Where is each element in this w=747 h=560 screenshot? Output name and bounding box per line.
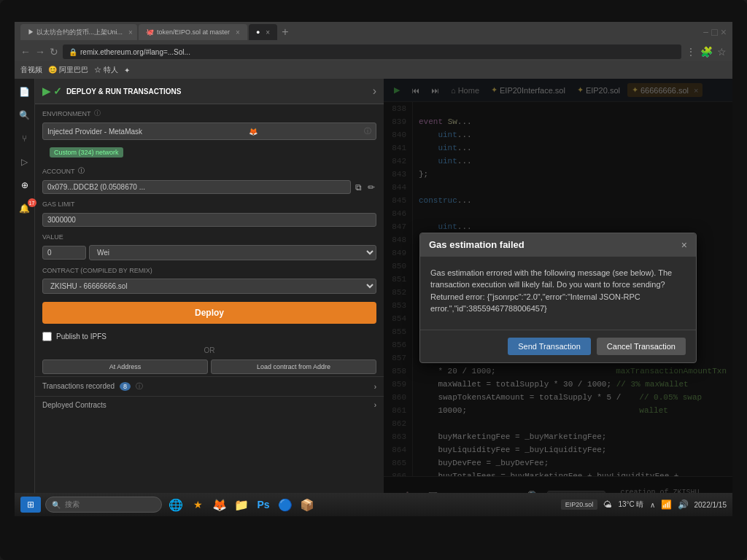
close-window-btn[interactable]: × <box>721 26 727 38</box>
minimize-btn[interactable]: − <box>703 26 708 38</box>
debug-sidebar-icon[interactable]: ▷ <box>18 155 32 169</box>
tab-2-close[interactable]: × <box>236 28 240 36</box>
dialog-close-btn[interactable]: × <box>681 239 687 251</box>
star-icon[interactable]: ☆ <box>717 46 727 58</box>
transactions-expand[interactable]: › <box>374 383 376 391</box>
weather-icon: 🌤 <box>603 499 612 510</box>
dialog-overlay: Gas estimation failed × Gas estimation e… <box>384 79 732 516</box>
dialog-title: Gas estimation failed <box>429 239 525 250</box>
file-sidebar-icon[interactable]: 📄 <box>18 85 32 99</box>
lock-icon: 🔒 <box>69 48 77 56</box>
browser-tab-1[interactable]: ▶ 以太坊合约的货币...上架Uni... × <box>20 24 137 40</box>
taskbar-app-edge[interactable]: 🌐 <box>166 495 185 514</box>
environment-label-text: ENVIRONMENT <box>42 110 91 117</box>
main-content: 📄 🔍 ⑂ ▷ ⊕ 🔔 17 ⚙ 78 ▶ ✓ <box>15 79 732 516</box>
contract-select[interactable]: ZKISHU - 66666666.sol <box>42 279 376 294</box>
monitor: ▶ 以太坊合约的货币...上架Uni... × 🐙 token/EIPO.sol… <box>0 0 747 560</box>
tab-1-label: ▶ 以太坊合约的货币...上架Uni... <box>28 28 123 37</box>
date-time: 2022/1/15 <box>694 501 727 509</box>
tx-info-icon: ⓘ <box>136 382 143 390</box>
value-input-row: Wei Gwei Ether <box>35 243 384 262</box>
gas-input-row <box>35 210 384 229</box>
unit-select[interactable]: Wei Gwei Ether <box>89 245 376 260</box>
maximize-btn[interactable]: □ <box>711 26 717 38</box>
browser-tab-2[interactable]: 🐙 token/EIPO.sol at master × <box>139 24 247 40</box>
address-bar[interactable]: 🔒 remix.ethereum.org/#lang=...Sol... <box>63 44 681 59</box>
browser-tab-3[interactable]: ● × <box>249 24 277 40</box>
environment-select[interactable]: Injected Provider - MetaMask 🦊 ⓘ <box>42 122 376 140</box>
account-section-label: ACCOUNT ⓘ <box>35 162 384 178</box>
deployed-contracts-expand[interactable]: › <box>374 401 376 409</box>
at-address-button[interactable]: At Address <box>42 359 208 374</box>
environment-select-row: Injected Provider - MetaMask 🦊 ⓘ <box>35 120 384 142</box>
toolbar-item-1[interactable]: 音视频 <box>20 65 42 75</box>
toolbar-item-4[interactable]: ✦ <box>124 66 130 74</box>
toolbar-item-3[interactable]: ☆ 特人 <box>94 65 118 75</box>
copy-icon[interactable]: ⧉ <box>354 181 363 194</box>
tab-3-icon: ● <box>256 28 260 36</box>
cancel-transaction-btn[interactable]: Cancel Transaction <box>597 338 686 355</box>
network-badge: Custom (324) network <box>50 147 123 158</box>
value-label-text: VALUE <box>42 233 63 241</box>
screen: ▶ 以太坊合约的货币...上架Uni... × 🐙 token/EIPO.sol… <box>15 22 732 516</box>
metamask-icon: 🦊 <box>249 128 258 136</box>
transactions-label-text: Transactions recorded <box>42 382 115 390</box>
back-btn[interactable]: ← <box>20 46 31 58</box>
taskbar-app-ps[interactable]: Ps <box>254 495 273 514</box>
gas-limit-input[interactable] <box>42 213 376 227</box>
sidebar-icon-strip: 📄 🔍 ⑂ ▷ ⊕ 🔔 17 ⚙ 78 <box>15 79 35 516</box>
new-tab-btn[interactable]: + <box>279 26 291 39</box>
start-button[interactable]: ⊞ <box>20 497 41 513</box>
taskbar-right: EIP20.sol 🌤 13°C 晴 ∧ 📶 🔊 2022/1/15 <box>561 499 727 510</box>
taskbar-app-pkg[interactable]: 📦 <box>298 495 317 514</box>
taskbar-search[interactable]: 🔍 搜索 <box>45 497 162 513</box>
deploy-expand-icon[interactable]: › <box>373 85 376 98</box>
taskbar-eip20-indicator[interactable]: EIP20.sol <box>561 499 598 510</box>
address-buttons: At Address Load contract from Addre <box>35 357 384 376</box>
load-contract-button[interactable]: Load contract from Addre <box>211 359 376 374</box>
tab-3-close[interactable]: × <box>266 28 270 36</box>
dialog-body: Gas estimation errored with the followin… <box>420 257 696 330</box>
volume-icon[interactable]: 🔊 <box>678 499 689 510</box>
editor-area: ▶ ⏮ ⏭ ⌂ Home ✦ EIP20Interface.sol ✦ EIP2… <box>384 79 732 516</box>
deploy-button[interactable]: Deploy <box>42 302 376 324</box>
taskbar-app-folder[interactable]: 📁 <box>232 495 251 514</box>
search-placeholder: 搜索 <box>65 499 80 510</box>
edit-icon[interactable]: ✏ <box>366 181 376 194</box>
deploy-panel: ▶ ✓ DEPLOY & RUN TRANSACTIONS › ENVIRONM… <box>35 79 384 516</box>
taskbar-app-star[interactable]: ★ <box>188 495 207 514</box>
taskbar-app-chrome[interactable]: 🔵 <box>276 495 295 514</box>
extensions-icon[interactable]: 🧩 <box>700 46 713 58</box>
info-btn[interactable]: ⓘ <box>364 126 371 136</box>
notification-sidebar-icon[interactable]: 🔔 17 <box>18 201 32 216</box>
value-input[interactable] <box>42 246 86 260</box>
deploy-title: ▶ ✓ DEPLOY & RUN TRANSACTIONS <box>42 85 182 97</box>
search-magnifier: 🔍 <box>52 501 61 509</box>
deploy-sidebar-icon[interactable]: ⊕ <box>18 178 32 192</box>
tab-1-close[interactable]: × <box>128 28 133 36</box>
chrome-icon: 🔵 <box>278 498 293 512</box>
account-input[interactable] <box>42 180 351 194</box>
forward-btn[interactable]: → <box>35 46 45 58</box>
ps-icon: Ps <box>257 499 269 510</box>
dialog-message: Gas estimation errored with the followin… <box>430 267 686 315</box>
deploy-check-icon: ▶ ✓ <box>42 85 62 97</box>
edge-icon: 🌐 <box>169 498 183 512</box>
gas-limit-text: GAS LIMIT <box>42 201 75 208</box>
info-icon: ⓘ <box>94 109 101 118</box>
refresh-btn[interactable]: ↻ <box>50 46 58 58</box>
or-divider: OR <box>35 343 384 357</box>
toolbar-item-2[interactable]: 😊 阿里巴巴 <box>48 65 88 75</box>
gas-limit-label: GAS LIMIT <box>35 196 384 210</box>
git-sidebar-icon[interactable]: ⑂ <box>18 131 32 146</box>
deploy-panel-header: ▶ ✓ DEPLOY & RUN TRANSACTIONS › <box>35 79 384 104</box>
browser-settings-icon[interactable]: ⋮ <box>686 46 696 58</box>
search-sidebar-icon[interactable]: 🔍 <box>18 108 32 122</box>
system-tray[interactable]: ∧ <box>650 501 655 509</box>
taskbar-app-fox[interactable]: 🦊 <box>210 495 229 514</box>
transactions-count: 8 <box>120 382 131 391</box>
publish-checkbox[interactable] <box>42 332 52 341</box>
network-badge-row: Custom (324) network <box>35 142 384 162</box>
contract-label-text: CONTRACT (Compiled by Remix) <box>42 267 152 274</box>
send-transaction-btn[interactable]: Send Transaction <box>508 338 591 355</box>
